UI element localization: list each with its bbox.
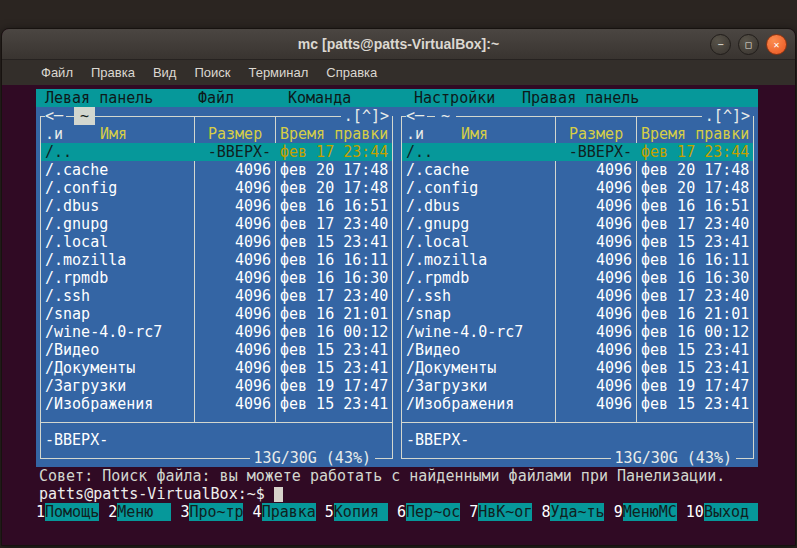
fkey-number: 6 xyxy=(397,503,406,521)
mc-menu-item-2[interactable]: Файл xyxy=(198,89,234,107)
file-name: /.local xyxy=(406,233,469,251)
file-row[interactable]: /Загрузки4096фев 19 17:47 xyxy=(36,377,397,395)
mc-menubar: Левая панельФайлКомандаНастройкиПравая п… xyxy=(36,89,758,107)
file-size: 4096 xyxy=(560,197,632,215)
terminal-menu-item-2[interactable]: Правка xyxy=(82,65,144,80)
mc-panels: <─~.[^]>.иИмяРазмерВремя правки/..-ВВЕРХ… xyxy=(36,107,758,467)
mc-menu-item-4[interactable]: Настройки xyxy=(414,89,495,107)
file-row[interactable]: /Изображения4096фев 15 23:41 xyxy=(36,395,397,413)
file-row[interactable]: /.cache4096фев 20 17:48 xyxy=(397,161,758,179)
file-row[interactable]: /.config4096фев 20 17:48 xyxy=(397,179,758,197)
file-row[interactable]: /.ssh4096фев 17 23:40 xyxy=(36,287,397,305)
file-row[interactable]: /wine-4.0-rc74096фев 16 00:12 xyxy=(397,323,758,341)
mc-menu-item-3[interactable]: Команда xyxy=(288,89,351,107)
file-name: /.gnupg xyxy=(45,215,108,233)
updir-button[interactable]: .[^]> xyxy=(702,107,753,125)
mini-status: -ВВЕРХ- xyxy=(45,431,108,449)
minimize-icon[interactable]: − xyxy=(710,34,731,55)
column-header-mtime[interactable]: Время правки xyxy=(280,125,388,143)
fkey-button-5[interactable]: 5Копия xyxy=(325,503,397,521)
terminal-menu-item-3[interactable]: Вид xyxy=(144,65,186,80)
command-line[interactable]: patts@patts-VirtualBox:~$ xyxy=(36,485,758,503)
file-mtime: фев 15 23:41 xyxy=(280,395,388,413)
file-row[interactable]: /Документы4096фев 15 23:41 xyxy=(397,359,758,377)
titlebar[interactable]: mc [patts@patts-VirtualBox]:~ − □ ✕ xyxy=(2,29,795,60)
fkey-number: 4 xyxy=(253,503,262,521)
file-row[interactable]: /Видео4096фев 15 23:41 xyxy=(36,341,397,359)
file-row[interactable]: /snap4096фев 16 21:01 xyxy=(397,305,758,323)
file-mtime: фев 17 23:44 xyxy=(641,143,749,161)
file-size: 4096 xyxy=(199,215,271,233)
file-row[interactable]: /.mozilla4096фев 16 16:11 xyxy=(36,251,397,269)
sort-indicator: .и xyxy=(406,125,424,143)
file-row[interactable]: /.dbus4096фев 16 16:51 xyxy=(397,197,758,215)
file-mtime: фев 17 23:40 xyxy=(641,215,749,233)
file-row[interactable]: /.dbus4096фев 16 16:51 xyxy=(36,197,397,215)
file-row[interactable]: /.gnupg4096фев 17 23:40 xyxy=(36,215,397,233)
terminal-menu-item-1[interactable]: Файл xyxy=(32,65,82,80)
fkey-button-9[interactable]: 9МенюМС xyxy=(614,503,686,521)
column-header-size[interactable]: Размер xyxy=(569,125,623,143)
file-row[interactable]: /Загрузки4096фев 19 17:47 xyxy=(397,377,758,395)
file-row[interactable]: /.config4096фев 20 17:48 xyxy=(36,179,397,197)
fkey-button-1[interactable]: 1Помощь xyxy=(36,503,108,521)
file-row[interactable]: /.cache4096фев 20 17:48 xyxy=(36,161,397,179)
shell-prompt: patts@patts-VirtualBox:~$ xyxy=(39,485,265,503)
column-header-name[interactable]: Имя xyxy=(100,125,127,143)
fkey-button-8[interactable]: 8Уда~ть xyxy=(541,503,613,521)
text-cursor xyxy=(274,487,283,502)
terminal-menu-item-4[interactable]: Поиск xyxy=(185,65,239,80)
mc-menu-item-5[interactable]: Правая панель xyxy=(522,89,639,107)
file-row[interactable]: /.rpmdb4096фев 16 16:30 xyxy=(397,269,758,287)
file-name: /wine-4.0-rc7 xyxy=(45,323,162,341)
file-mtime: фев 17 23:40 xyxy=(280,215,388,233)
file-name: /snap xyxy=(45,305,90,323)
file-row[interactable]: /snap4096фев 16 21:01 xyxy=(36,305,397,323)
panel-frame-line xyxy=(401,422,754,423)
panel-path-tab[interactable]: ~ xyxy=(74,107,95,125)
file-row[interactable]: /.ssh4096фев 17 23:40 xyxy=(397,287,758,305)
sort-indicator: .и xyxy=(45,125,63,143)
maximize-icon[interactable]: □ xyxy=(738,34,759,55)
panel-frame-line xyxy=(40,422,393,423)
fkey-label: Помощь xyxy=(45,503,99,521)
updir-button[interactable]: .[^]> xyxy=(341,107,392,125)
fkey-button-3[interactable]: 3Про~тр xyxy=(180,503,252,521)
terminal-window: mc [patts@patts-VirtualBox]:~ − □ ✕ Файл… xyxy=(1,28,796,546)
fkey-button-4[interactable]: 4Правка xyxy=(253,503,325,521)
fkey-button-2[interactable]: 2Меню xyxy=(108,503,180,521)
file-row[interactable]: /.rpmdb4096фев 16 16:30 xyxy=(36,269,397,287)
file-row[interactable]: /.mozilla4096фев 16 16:11 xyxy=(397,251,758,269)
file-mtime: фев 16 16:30 xyxy=(641,269,749,287)
column-header-mtime[interactable]: Время правки xyxy=(641,125,749,143)
file-mtime: фев 16 21:01 xyxy=(641,305,749,323)
file-row[interactable]: /.gnupg4096фев 17 23:40 xyxy=(397,215,758,233)
terminal-menu-item-6[interactable]: Справка xyxy=(317,65,386,80)
file-size: 4096 xyxy=(560,215,632,233)
terminal-menu-item-5[interactable]: Терминал xyxy=(239,65,317,80)
file-row[interactable]: /Видео4096фев 15 23:41 xyxy=(397,341,758,359)
mc-menu-item-1[interactable]: Левая панель xyxy=(45,89,153,107)
file-mtime: фев 19 17:47 xyxy=(280,377,388,395)
fkey-button-10[interactable]: 10Выход xyxy=(686,503,758,521)
fkey-button-6[interactable]: 6Пер~ос xyxy=(397,503,469,521)
column-header-name[interactable]: Имя xyxy=(461,125,488,143)
history-back-icon[interactable]: <─ xyxy=(406,107,427,125)
file-row[interactable]: /wine-4.0-rc74096фев 16 00:12 xyxy=(36,323,397,341)
fkey-button-7[interactable]: 7НвК~ог xyxy=(469,503,541,521)
history-back-icon[interactable]: <─ xyxy=(45,107,66,125)
fkey-label: МенюМС xyxy=(623,503,677,521)
file-row[interactable]: /.local4096фев 15 23:41 xyxy=(397,233,758,251)
panel-path-tab[interactable]: ~ xyxy=(435,107,456,125)
file-row[interactable]: /..-ВВЕРХ-фев 17 23:44 xyxy=(36,143,397,161)
file-mtime: фев 16 16:11 xyxy=(280,251,388,269)
file-row[interactable]: /Документы4096фев 15 23:41 xyxy=(36,359,397,377)
file-row[interactable]: /.local4096фев 15 23:41 xyxy=(36,233,397,251)
file-row[interactable]: /Изображения4096фев 15 23:41 xyxy=(397,395,758,413)
close-icon[interactable]: ✕ xyxy=(766,34,787,55)
fkey-label: Меню xyxy=(117,503,171,521)
file-mtime: фев 17 23:40 xyxy=(641,287,749,305)
file-size: 4096 xyxy=(560,251,632,269)
file-row[interactable]: /..-ВВЕРХ-фев 17 23:44 xyxy=(397,143,758,161)
column-header-size[interactable]: Размер xyxy=(208,125,262,143)
